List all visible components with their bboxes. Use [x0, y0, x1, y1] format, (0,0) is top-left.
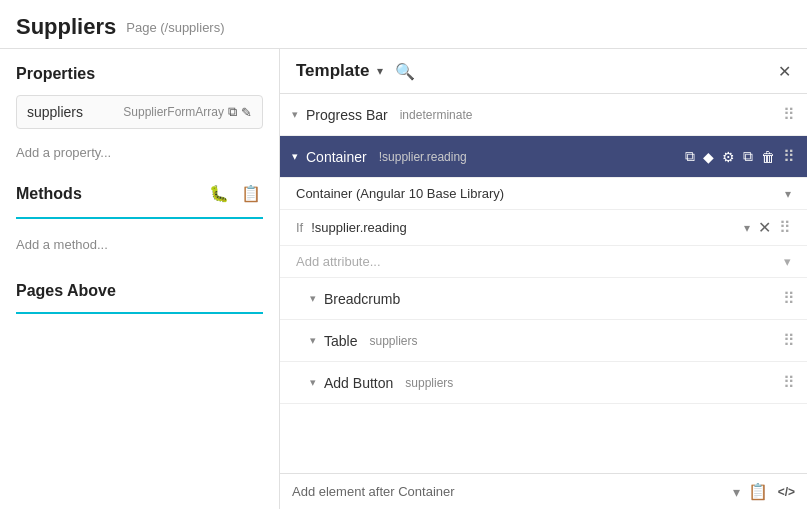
properties-title: Properties — [16, 65, 263, 83]
container-settings-icon[interactable]: ⚙ — [722, 149, 735, 165]
close-icon[interactable]: ✕ — [778, 62, 791, 81]
bottom-dropdown-icon[interactable]: ▾ — [733, 484, 740, 500]
table-chevron-icon: ▾ — [310, 334, 316, 347]
add-attribute-dropdown-icon[interactable]: ▾ — [784, 254, 791, 269]
left-panel: Properties suppliers SupplierFormArray ⧉… — [0, 49, 280, 509]
pages-above-title: Pages Above — [16, 282, 263, 300]
progress-bar-tag: indeterminate — [400, 108, 473, 122]
breadcrumb-chevron-icon: ▾ — [310, 292, 316, 305]
table-drag-icon[interactable] — [783, 331, 795, 350]
breadcrumb-row[interactable]: ▾ Breadcrumb — [280, 278, 807, 320]
add-button-row[interactable]: ▾ Add Button suppliers — [280, 362, 807, 404]
bottom-bar: Add element after Container ▾ 📋 </> — [280, 473, 807, 509]
add-button-drag-icon[interactable] — [783, 373, 795, 392]
template-title: Template — [296, 61, 369, 81]
pages-above-divider — [16, 312, 263, 314]
container-delete-icon[interactable]: 🗑 — [761, 149, 775, 165]
progress-bar-drag-icon[interactable] — [783, 105, 795, 124]
container-library-row[interactable]: Container (Angular 10 Base Library) ▾ — [280, 178, 807, 210]
progress-bar-row[interactable]: ▾ Progress Bar indeterminate — [280, 94, 807, 136]
bottom-code-icon[interactable]: </> — [778, 485, 795, 499]
main-layout: Properties suppliers SupplierFormArray ⧉… — [0, 49, 807, 509]
breadcrumb-label: Breadcrumb — [324, 291, 400, 307]
bottom-actions: 📋 </> — [748, 482, 795, 501]
methods-header: Methods 🐛 📋 — [16, 182, 263, 205]
template-content: ▾ Progress Bar indeterminate ▾ Container… — [280, 94, 807, 473]
page-subtitle: Page (/suppliers) — [126, 20, 224, 35]
property-row[interactable]: suppliers SupplierFormArray ⧉ ✎ — [16, 95, 263, 129]
bottom-clipboard-icon[interactable]: 📋 — [748, 482, 768, 501]
top-bar: Suppliers Page (/suppliers) — [0, 0, 807, 49]
container-label: Container — [306, 149, 367, 165]
add-property-link[interactable]: Add a property... — [16, 139, 263, 166]
add-method-link[interactable]: Add a method... — [16, 231, 263, 258]
methods-icons: 🐛 📋 — [207, 182, 263, 205]
if-value: !supplier.reading — [311, 220, 736, 235]
progress-bar-chevron-icon: ▾ — [292, 108, 298, 121]
add-element-label: Add element after Container — [292, 484, 725, 499]
container-external-icon[interactable]: ⧉ — [685, 148, 695, 165]
add-button-actions — [783, 373, 795, 392]
methods-title: Methods — [16, 185, 82, 203]
breadcrumb-actions — [783, 289, 795, 308]
property-name: suppliers — [27, 104, 83, 120]
progress-bar-label: Progress Bar — [306, 107, 388, 123]
add-attribute-label: Add attribute... — [296, 254, 381, 269]
add-attribute-row[interactable]: Add attribute... ▾ — [280, 246, 807, 278]
right-header: Template ▾ 🔍 ✕ — [280, 49, 807, 94]
page-title: Suppliers — [16, 14, 116, 40]
table-label: Table — [324, 333, 357, 349]
template-chevron-icon[interactable]: ▾ — [377, 64, 383, 78]
if-dropdown-icon[interactable]: ▾ — [744, 221, 750, 235]
if-label: If — [296, 220, 303, 235]
container-chevron-icon: ▾ — [292, 150, 298, 163]
clipboard-icon[interactable]: 📋 — [239, 182, 263, 205]
if-drag-icon[interactable] — [779, 218, 791, 237]
search-icon[interactable]: 🔍 — [395, 62, 415, 81]
copy-icon[interactable]: ⧉ — [228, 104, 237, 120]
container-library-label: Container (Angular 10 Base Library) — [296, 186, 777, 201]
container-actions: ⧉ ◆ ⚙ ⧉ 🗑 — [685, 147, 795, 166]
bug-icon[interactable]: 🐛 — [207, 182, 231, 205]
property-type: SupplierFormArray ⧉ ✎ — [123, 104, 252, 120]
container-library-dropdown-icon[interactable]: ▾ — [785, 187, 791, 201]
if-actions: ▾ ✕ — [744, 218, 791, 237]
right-panel: Template ▾ 🔍 ✕ ▾ Progress Bar indetermin… — [280, 49, 807, 509]
methods-divider — [16, 217, 263, 219]
breadcrumb-drag-icon[interactable] — [783, 289, 795, 308]
container-tag: !supplier.reading — [379, 150, 467, 164]
table-actions — [783, 331, 795, 350]
add-button-label: Add Button — [324, 375, 393, 391]
container-row[interactable]: ▾ Container !supplier.reading ⧉ ◆ ⚙ ⧉ 🗑 — [280, 136, 807, 178]
if-row[interactable]: If !supplier.reading ▾ ✕ — [280, 210, 807, 246]
add-button-chevron-icon: ▾ — [310, 376, 316, 389]
property-type-label: SupplierFormArray — [123, 105, 224, 119]
add-button-tag: suppliers — [405, 376, 453, 390]
edit-icon[interactable]: ✎ — [241, 105, 252, 120]
table-tag: suppliers — [369, 334, 417, 348]
progress-bar-actions — [783, 105, 795, 124]
table-row[interactable]: ▾ Table suppliers — [280, 320, 807, 362]
container-drag-icon[interactable] — [783, 147, 795, 166]
if-clear-icon[interactable]: ✕ — [758, 218, 771, 237]
container-copy-icon[interactable]: ⧉ — [743, 148, 753, 165]
container-style-icon[interactable]: ◆ — [703, 149, 714, 165]
